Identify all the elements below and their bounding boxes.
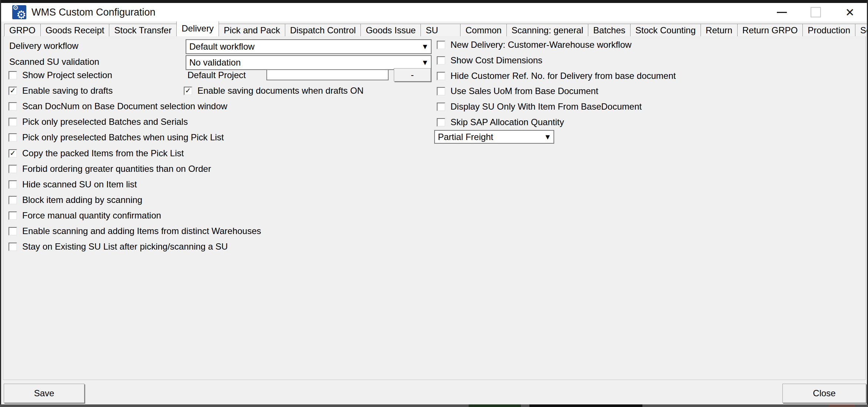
save-button[interactable]: Save bbox=[4, 384, 84, 403]
checkmark-icon: ✓ bbox=[10, 87, 16, 94]
checkbox-label: Skip SAP Allocation Quantity bbox=[450, 117, 564, 127]
tab-scanning-general[interactable]: Scanning: general bbox=[507, 24, 588, 36]
checkbox-label: Block item adding by scanning bbox=[22, 195, 142, 205]
new-delivery-customer-warehouse-workflow-checkbox[interactable]: ✓ bbox=[437, 41, 445, 49]
checkmark-icon: ✓ bbox=[10, 150, 16, 157]
checkbox-label: Copy the packed Items from the Pick List bbox=[22, 148, 184, 159]
tab-production[interactable]: Production bbox=[803, 24, 855, 36]
checkbox-label: Enable saving documents when drafts ON bbox=[197, 86, 363, 96]
hide-customer-ref-no-for-delivery-from-base-document-checkbox[interactable]: ✓ bbox=[437, 72, 445, 80]
tab-common[interactable]: Common bbox=[460, 24, 506, 36]
checkbox-row: ✓Display SU Only With Item From BaseDocu… bbox=[437, 99, 642, 114]
tab-delivery[interactable]: Delivery bbox=[176, 21, 219, 36]
tab-return[interactable]: Return bbox=[701, 24, 738, 36]
checkbox-row: ✓Show Project selection bbox=[9, 67, 112, 83]
pick-only-preselected-batches-and-serials-checkbox[interactable]: ✓ bbox=[9, 118, 17, 126]
checkbox-label: Pick only preselected Batches and Serial… bbox=[22, 117, 188, 127]
show-cost-dimensions-checkbox[interactable]: ✓ bbox=[437, 56, 445, 65]
enable-saving-documents-checkbox[interactable]: ✓ bbox=[184, 87, 192, 95]
tab-su[interactable]: SU bbox=[421, 24, 460, 36]
pick-only-preselected-batches-when-using-pick-list-checkbox[interactable]: ✓ bbox=[9, 133, 17, 142]
forbid-ordering-greater-quantities-than-on-order-checkbox[interactable]: ✓ bbox=[9, 165, 17, 173]
checkbox-label: Stay on Existing SU List after picking/s… bbox=[22, 241, 228, 252]
tab-goods-receipt[interactable]: Goods Receipt bbox=[41, 24, 110, 36]
stay-on-existing-su-list-after-picking-scanning-a-su-checkbox[interactable]: ✓ bbox=[9, 243, 17, 251]
gear-icon: ⚙ bbox=[16, 9, 26, 20]
checkbox-label: Pick only preselected Batches when using… bbox=[22, 132, 224, 143]
checkbox-row: ✓Use Sales UoM from Base Document bbox=[437, 83, 598, 99]
checkbox-row: ✓Pick only preselected Batches when usin… bbox=[9, 130, 224, 145]
tab-serialization[interactable]: Serialization bbox=[855, 24, 868, 36]
checkbox-label: Enable saving to drafts bbox=[22, 86, 113, 96]
checkbox-row: ✓New Delivery: Customer-Warehouse workfl… bbox=[437, 37, 632, 53]
tab-grpo[interactable]: GRPO bbox=[4, 24, 41, 36]
partial-freight-dropdown[interactable]: Partial Freight ▼ bbox=[434, 130, 554, 144]
maximize-button[interactable] bbox=[799, 3, 833, 21]
force-manual-quantity-confirmation-checkbox[interactable]: ✓ bbox=[9, 211, 17, 220]
window-bottom-edge bbox=[0, 404, 868, 407]
checkbox-row: ✓Pick only preselected Batches and Seria… bbox=[9, 114, 188, 130]
checkbox-row: ✓Hide Customer Ref. No. for Delivery fro… bbox=[437, 68, 676, 84]
chevron-down-icon: ▼ bbox=[423, 59, 427, 66]
title-bar: ⚙ ⚙ WMS Custom Configuration ✕ bbox=[1, 3, 867, 21]
checkbox-row: ✓Hide scanned SU on Item list bbox=[9, 177, 137, 192]
checkbox-row: ✓Block item adding by scanning bbox=[9, 192, 142, 208]
tab-strip: GRPOGoods ReceiptStock TransferDeliveryP… bbox=[4, 21, 867, 36]
checkbox-label: Use Sales UoM from Base Document bbox=[450, 86, 598, 96]
show-project-selection-checkbox[interactable]: ✓ bbox=[9, 71, 17, 80]
checkbox-row: ✓Show Cost Dimensions bbox=[437, 53, 542, 68]
delivery-workflow-label: Delivery workflow bbox=[9, 39, 79, 53]
default-project-clear-button[interactable]: - bbox=[394, 68, 431, 81]
tab-batches[interactable]: Batches bbox=[588, 24, 631, 36]
tab-pick-and-pack[interactable]: Pick and Pack bbox=[219, 24, 285, 36]
enable-scanning-and-adding-items-from-distinct-warehouses-checkbox[interactable]: ✓ bbox=[9, 227, 17, 236]
checkbox-row: ✓Force manual quantity confirmation bbox=[9, 208, 161, 223]
checkbox-row: ✓Copy the packed Items from the Pick Lis… bbox=[9, 146, 184, 161]
window-title: WMS Custom Configuration bbox=[31, 7, 156, 18]
checkbox-row: ✓Enable saving to drafts bbox=[9, 83, 113, 99]
tab-stock-counting[interactable]: Stock Counting bbox=[631, 24, 701, 36]
scanned-su-validation-label: Scanned SU validation bbox=[9, 55, 99, 69]
checkbox-label: Show Cost Dimensions bbox=[450, 55, 542, 66]
checkbox-label: Enable scanning and adding Items from di… bbox=[22, 226, 261, 236]
close-window-button[interactable]: ✕ bbox=[833, 3, 867, 21]
tab-return-grpo[interactable]: Return GRPO bbox=[738, 24, 803, 36]
default-project-input[interactable] bbox=[266, 69, 389, 80]
display-su-only-with-item-from-basedocument-checkbox[interactable]: ✓ bbox=[437, 103, 445, 111]
dropdown-value: Default workflow bbox=[189, 41, 255, 52]
chevron-down-icon: ▼ bbox=[423, 43, 427, 50]
minimize-button[interactable] bbox=[765, 3, 799, 21]
checkbox-label: Scan DocNum on Base Document selection w… bbox=[22, 101, 227, 111]
checkbox-row: ✓Enable scanning and adding Items from d… bbox=[9, 223, 261, 239]
checkbox-label: Show Project selection bbox=[22, 70, 112, 80]
checkbox-label: Hide scanned SU on Item list bbox=[22, 179, 137, 190]
checkbox-label: Display SU Only With Item From BaseDocum… bbox=[450, 101, 642, 112]
hide-scanned-su-on-item-list-checkbox[interactable]: ✓ bbox=[9, 180, 17, 189]
chevron-down-icon: ▼ bbox=[545, 134, 550, 140]
dropdown-value: Partial Freight bbox=[438, 132, 493, 142]
delivery-tab-page: Delivery workflow Default workflow ▼ Sca… bbox=[3, 36, 866, 380]
scan-docnum-on-base-document-selection-window-checkbox[interactable]: ✓ bbox=[9, 102, 17, 111]
tab-stock-transfer[interactable]: Stock Transfer bbox=[109, 24, 177, 36]
skip-sap-allocation-quantity-checkbox[interactable]: ✓ bbox=[437, 118, 445, 127]
minimize-icon bbox=[777, 12, 787, 13]
checkbox-row: ✓ Enable saving documents when drafts ON bbox=[184, 83, 363, 99]
tab-dispatch-control[interactable]: Dispatch Control bbox=[285, 24, 361, 36]
checkbox-label: New Delivery: Customer-Warehouse workflo… bbox=[450, 40, 632, 50]
checkbox-row: ✓Skip SAP Allocation Quantity bbox=[437, 114, 564, 130]
copy-the-packed-items-from-the-pick-list-checkbox[interactable]: ✓ bbox=[9, 149, 17, 158]
enable-saving-to-drafts-checkbox[interactable]: ✓ bbox=[9, 87, 17, 95]
block-item-adding-by-scanning-checkbox[interactable]: ✓ bbox=[9, 196, 17, 204]
dropdown-value: No validation bbox=[189, 57, 241, 68]
window-left-edge bbox=[0, 0, 1, 407]
checkmark-icon: ✓ bbox=[185, 87, 191, 94]
default-project-label: Default Project bbox=[187, 67, 246, 83]
tab-goods-issue[interactable]: Goods Issue bbox=[361, 24, 421, 36]
delivery-workflow-dropdown[interactable]: Default workflow ▼ bbox=[186, 39, 432, 54]
window-controls: ✕ bbox=[765, 3, 867, 21]
close-button[interactable]: Close bbox=[782, 384, 866, 403]
app-gear-icon: ⚙ ⚙ bbox=[12, 5, 26, 19]
close-icon: ✕ bbox=[845, 6, 854, 19]
use-sales-uom-from-base-document-checkbox[interactable]: ✓ bbox=[437, 87, 445, 96]
window-top-edge bbox=[0, 0, 868, 3]
